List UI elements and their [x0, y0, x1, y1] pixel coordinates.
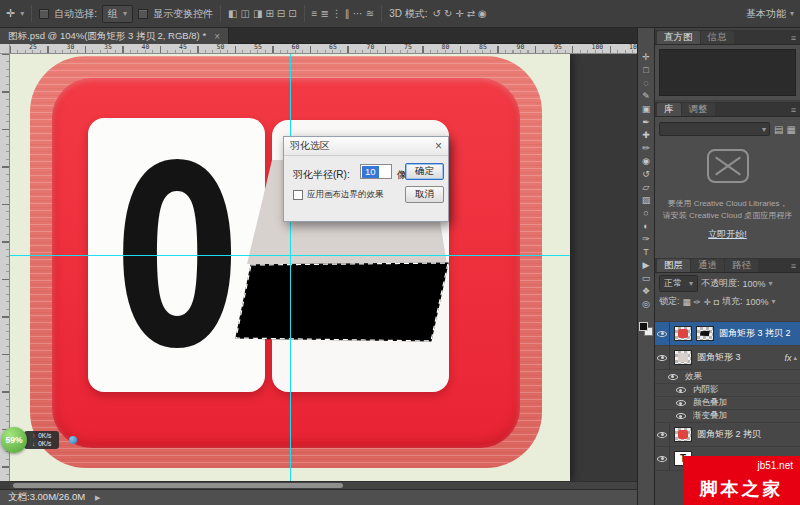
- distribute-left-edges-icon[interactable]: ∥: [345, 8, 350, 19]
- history-brush-tool[interactable]: ↺: [638, 169, 654, 180]
- type-tool[interactable]: T: [638, 247, 654, 258]
- gradient-tool[interactable]: ▨: [638, 195, 654, 206]
- 3d-roll-icon[interactable]: ↻: [444, 8, 452, 19]
- layer-thumbnail[interactable]: [674, 326, 692, 341]
- close-icon[interactable]: ×: [214, 31, 220, 42]
- lock-transparent-pixels-icon[interactable]: ▦: [683, 297, 691, 307]
- guide-vertical[interactable]: [290, 54, 291, 481]
- artboard[interactable]: 0: [10, 54, 570, 481]
- 3d-slide-icon[interactable]: ⇄: [467, 8, 475, 19]
- pen-tool[interactable]: ✑: [638, 234, 654, 245]
- visibility-toggle[interactable]: [665, 370, 680, 383]
- document-tab[interactable]: 图标.psd @ 104%(圆角矩形 3 拷贝 2, RGB/8) * ×: [0, 28, 229, 44]
- visibility-toggle[interactable]: [655, 322, 670, 345]
- lasso-tool[interactable]: ◌: [638, 78, 654, 89]
- layer-row[interactable]: 圆角矩形 2 拷贝: [655, 423, 800, 447]
- visibility-toggle[interactable]: [673, 410, 688, 422]
- visibility-toggle[interactable]: [673, 397, 688, 409]
- ruler-vertical[interactable]: [0, 54, 10, 481]
- align-horizontal-centers-icon[interactable]: ◫: [240, 8, 249, 19]
- distribute-bottom-edges-icon[interactable]: ⋮: [332, 8, 342, 19]
- clone-stamp-tool[interactable]: ◉: [638, 156, 654, 167]
- visibility-toggle[interactable]: [673, 384, 688, 396]
- 3d-rotate-icon[interactable]: ↺: [433, 8, 441, 19]
- tab-channels[interactable]: 通道: [691, 259, 724, 272]
- distribute-top-edges-icon[interactable]: ≡: [312, 8, 318, 19]
- list-view-icon[interactable]: ▤: [774, 124, 783, 135]
- align-top-edges-icon[interactable]: ⊞: [265, 8, 273, 19]
- panel-menu-icon[interactable]: ≡: [791, 105, 798, 116]
- color-swatches[interactable]: [639, 322, 653, 336]
- canvas-bounds-checkbox[interactable]: [293, 190, 303, 200]
- eyedropper-tool[interactable]: ✒: [638, 117, 654, 128]
- lock-all-icon[interactable]: ◘: [714, 297, 719, 307]
- align-left-edges-icon[interactable]: ◧: [228, 8, 237, 19]
- visibility-toggle[interactable]: [655, 447, 670, 470]
- healing-brush-tool[interactable]: ✚: [638, 130, 654, 141]
- 3d-scale-icon[interactable]: ◉: [478, 8, 487, 19]
- tab-layers[interactable]: 图层: [657, 259, 690, 272]
- tab-info[interactable]: 信息: [701, 31, 734, 44]
- opacity-value[interactable]: 100%: [743, 279, 766, 289]
- layer-row[interactable]: 效果: [655, 370, 800, 384]
- net-monitor-ball[interactable]: 59%: [1, 427, 27, 453]
- lock-position-icon[interactable]: ✛: [704, 297, 711, 307]
- 3d-drag-icon[interactable]: ✛: [455, 8, 463, 19]
- lock-image-pixels-icon[interactable]: ✑: [694, 297, 701, 307]
- fill-value[interactable]: 100%: [745, 297, 768, 307]
- crop-tool[interactable]: ▣: [638, 104, 654, 115]
- align-bottom-edges-icon[interactable]: ⊡: [288, 8, 296, 19]
- layer-row[interactable]: 圆角矩形 3fx▴: [655, 346, 800, 370]
- move-tool[interactable]: ✛: [638, 52, 654, 63]
- layer-row[interactable]: 内阴影: [655, 384, 800, 397]
- tab-adjustments[interactable]: 调整: [682, 103, 715, 116]
- distribute-horizontal-centers-icon[interactable]: ⋯: [353, 8, 363, 19]
- close-icon[interactable]: ×: [435, 140, 442, 152]
- move-tool-preset-icon[interactable]: ✛: [6, 7, 15, 20]
- ruler-origin-box[interactable]: [0, 44, 10, 54]
- library-select[interactable]: ▾: [659, 122, 770, 136]
- foreground-color-swatch[interactable]: [639, 322, 648, 331]
- grid-view-icon[interactable]: ▦: [787, 124, 796, 135]
- panel-menu-icon[interactable]: ≡: [791, 261, 798, 272]
- align-right-edges-icon[interactable]: ◨: [253, 8, 262, 19]
- blur-tool[interactable]: ○: [638, 208, 654, 219]
- ruler-horizontal[interactable]: 253035404550556065707580859095100105: [10, 44, 637, 54]
- marquee-tool[interactable]: □: [638, 65, 654, 76]
- net-monitor-dot[interactable]: [69, 436, 77, 444]
- layer-thumbnail[interactable]: [674, 350, 692, 365]
- layer-thumbnail[interactable]: [696, 326, 714, 341]
- canvas-area[interactable]: 0: [10, 54, 637, 481]
- layer-thumbnail[interactable]: [674, 427, 692, 442]
- auto-select-target-dropdown[interactable]: 组 ▾: [102, 5, 133, 23]
- visibility-toggle[interactable]: [655, 346, 670, 369]
- shape-tool[interactable]: ▭: [638, 273, 654, 284]
- layer-row[interactable]: 颜色叠加: [655, 397, 800, 410]
- tab-libraries[interactable]: 库: [657, 103, 681, 116]
- auto-select-checkbox[interactable]: [39, 9, 49, 19]
- distribute-vertical-centers-icon[interactable]: ≣: [320, 8, 328, 19]
- path-selection-tool[interactable]: ▶: [638, 260, 654, 271]
- get-started-link[interactable]: 立即开始!: [655, 228, 800, 241]
- horizontal-scrollbar[interactable]: [10, 481, 637, 489]
- panel-menu-icon[interactable]: ≡: [791, 33, 798, 44]
- quick-selection-tool[interactable]: ✎: [638, 91, 654, 102]
- dialog-title-bar[interactable]: 羽化选区 ×: [284, 137, 448, 156]
- layer-row[interactable]: 渐变叠加: [655, 410, 800, 423]
- fx-collapse-icon[interactable]: ▴: [793, 354, 797, 362]
- tab-paths[interactable]: 路径: [725, 259, 758, 272]
- workspace-switcher[interactable]: 基本功能 ▾: [746, 7, 794, 21]
- ok-button[interactable]: 确定: [405, 163, 444, 180]
- status-expand-icon[interactable]: ▶: [95, 494, 100, 502]
- hand-tool[interactable]: ❖: [638, 286, 654, 297]
- brush-tool[interactable]: ✏: [638, 143, 654, 154]
- blend-mode-select[interactable]: 正常 ▾: [659, 275, 698, 292]
- scrollbar-thumb[interactable]: [13, 483, 343, 488]
- eraser-tool[interactable]: ▱: [638, 182, 654, 193]
- align-vertical-centers-icon[interactable]: ⊟: [277, 8, 285, 19]
- feather-radius-input[interactable]: 10: [360, 164, 392, 179]
- zoom-tool[interactable]: ◎: [638, 299, 654, 310]
- visibility-toggle[interactable]: [655, 423, 670, 446]
- fx-badge[interactable]: fx: [784, 353, 791, 363]
- show-transform-checkbox[interactable]: [138, 9, 148, 19]
